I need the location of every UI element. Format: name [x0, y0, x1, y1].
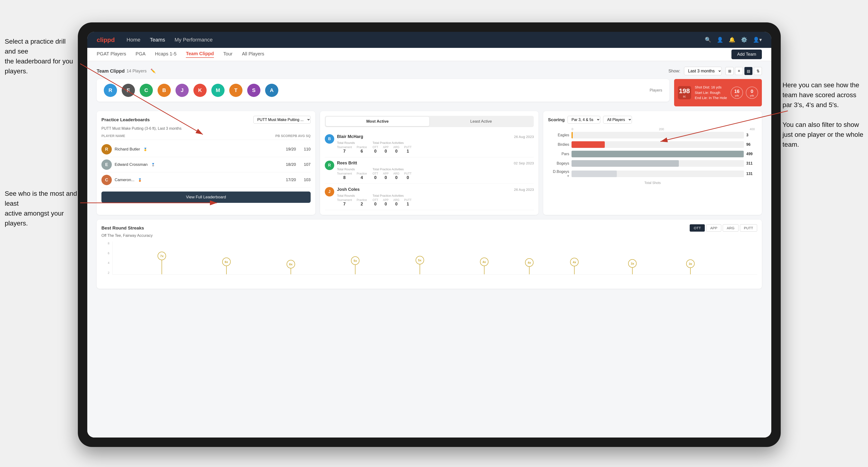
- show-select[interactable]: Last 3 months: [684, 67, 722, 75]
- leaderboard-subtitle: PUTT Must Make Putting (3-6 ft), Last 3 …: [101, 126, 311, 131]
- streak-filter-ott[interactable]: OTT: [690, 224, 705, 231]
- bar-pars: Pars 499: [550, 151, 755, 157]
- lb-name-1: Richard Butler 🥇: [115, 147, 281, 152]
- shot-circle-1: 16 yds: [731, 87, 743, 99]
- player-avatar-8[interactable]: T: [229, 84, 243, 97]
- tab-most-active[interactable]: Most Active: [326, 117, 429, 126]
- edit-team-icon[interactable]: ✏️: [151, 68, 156, 73]
- streak-filter-arg[interactable]: ARG: [723, 224, 739, 231]
- lb-row-3[interactable]: C Cameron... 🥉 17/20 103: [101, 173, 311, 188]
- subnav-all-players[interactable]: All Players: [242, 51, 264, 58]
- add-team-button[interactable]: Add Team: [732, 50, 762, 59]
- grid-view-btn[interactable]: ⊞: [725, 67, 734, 75]
- player-avatar-10[interactable]: A: [265, 84, 278, 97]
- streak-y-axis: 8 6 4 2: [101, 242, 111, 275]
- lb-avg-3: 103: [299, 178, 311, 182]
- player-avatar-4[interactable]: B: [158, 84, 171, 97]
- lb-row-2[interactable]: E Edward Crossman 🥈 18/20 107: [101, 157, 311, 173]
- bar-birdies: Birdies 96: [550, 141, 755, 148]
- player-avatar-7[interactable]: M: [211, 84, 224, 97]
- activity-tabs: Most Active Least Active: [325, 116, 534, 127]
- col-player-name: PLAYER NAME: [101, 134, 275, 138]
- player-avatar-1[interactable]: R: [104, 84, 117, 97]
- nav-teams[interactable]: Teams: [150, 37, 165, 43]
- activity-row-3: J Josh Coles 26 Aug 2023 Total Rounds: [325, 184, 534, 210]
- player-avatar-9[interactable]: S: [247, 84, 260, 97]
- bell-icon[interactable]: 🔔: [729, 37, 735, 43]
- shot-end-lie: End Lie: In The Hole: [695, 95, 727, 101]
- streak-point-4: 5x: [415, 256, 424, 274]
- drill-select[interactable]: PUTT Must Make Putting ...: [253, 116, 311, 124]
- pa-avatar-1: B: [325, 134, 334, 144]
- team-name: Team Clippd: [97, 68, 125, 74]
- streak-point-0: 7x: [158, 252, 166, 274]
- streak-point-9: 3x: [686, 259, 695, 274]
- sort-btn[interactable]: ⇅: [754, 67, 762, 75]
- player-avatar-5[interactable]: J: [176, 84, 189, 97]
- lb-row-1[interactable]: R Richard Butler 🥇 19/20 110: [101, 142, 311, 157]
- subnav-pgat[interactable]: PGAT Players: [97, 51, 126, 58]
- chart-x-axis: 0 200 400: [550, 127, 755, 131]
- subnav-hcaps[interactable]: Hcaps 1-5: [155, 51, 177, 58]
- shot-circles: 16 yds 0 yds: [731, 87, 758, 99]
- pa-name-1: Blair McHarg: [337, 134, 363, 139]
- subnav-team-clippd[interactable]: Team Clippd: [186, 51, 214, 58]
- bar-eagles: Eagles 3: [550, 132, 755, 138]
- streaks-header: Best Round Streaks OTT APP ARG PUTT: [101, 224, 757, 231]
- pa-stats-2: Total Rounds Tournament 8 Practice: [337, 167, 534, 180]
- card-view-btn[interactable]: ▤: [744, 67, 752, 75]
- player-avatar-3[interactable]: C: [140, 84, 153, 97]
- player-avatar-2[interactable]: E: [122, 84, 135, 97]
- settings-icon[interactable]: ⚙️: [741, 37, 747, 43]
- profile-icon[interactable]: 👤▾: [753, 37, 762, 43]
- nav-home[interactable]: Home: [127, 37, 141, 43]
- shot-dist: Shot Dist: 16 yds: [695, 85, 727, 90]
- bar-fill-bogeys: [571, 160, 679, 167]
- pa-activities-1: Total Practice Activities OTT 0 APP: [372, 141, 411, 154]
- streak-point-7: 4x: [570, 258, 579, 274]
- player-avatar-6[interactable]: K: [193, 84, 207, 97]
- lb-score-3: 17/20: [284, 178, 296, 182]
- tablet-screen: clippd Home Teams My Performance 🔍 👤 🔔 ⚙…: [87, 32, 771, 437]
- streak-line-4: [420, 264, 420, 274]
- list-view-btn[interactable]: ≡: [735, 67, 743, 75]
- view-full-leaderboard-button[interactable]: View Full Leaderboard: [101, 191, 311, 203]
- scoring-filter-par[interactable]: Par 3, 4 & 5s: [567, 116, 600, 124]
- subnav-tour[interactable]: Tour: [223, 51, 232, 58]
- pa-name-3: Josh Coles: [337, 187, 360, 192]
- bar-track-pars: [571, 151, 744, 157]
- col-pb-avg: PB AVG SQ: [292, 134, 310, 138]
- navbar-icons: 🔍 👤 🔔 ⚙️ 👤▾: [705, 37, 762, 43]
- pa-stats-1: Total Rounds Tournament 7 Practice: [337, 141, 534, 154]
- tab-least-active[interactable]: Least Active: [429, 117, 533, 126]
- lb-avatar-1: R: [101, 144, 112, 154]
- streak-filter-app[interactable]: APP: [706, 224, 721, 231]
- users-icon[interactable]: 👤: [717, 37, 723, 43]
- scoring-filter-players[interactable]: All Players: [603, 116, 632, 124]
- streak-line-0: [161, 260, 162, 274]
- app-logo: clippd: [97, 36, 115, 44]
- pa-avatar-3: J: [325, 187, 334, 196]
- pa-info-1: Blair McHarg 26 Aug 2023 Total Rounds To…: [337, 134, 534, 154]
- streak-circle-7: 4x: [570, 258, 579, 266]
- shot-start-lie: Start Lie: Rough: [695, 90, 727, 96]
- pa-stats-3: Total Rounds Tournament 7 Practice: [337, 194, 534, 207]
- practice-leaderboards-card: Practice Leaderboards PUTT Must Make Put…: [97, 111, 315, 215]
- team-controls: Show: Last 3 months ⊞ ≡ ▤ ⇅: [669, 67, 762, 75]
- subnav-pga[interactable]: PGA: [135, 51, 146, 58]
- pa-rounds-1: Total Rounds Tournament 7 Practice: [337, 141, 367, 154]
- bar-track-bogeys: [571, 160, 744, 167]
- nav-my-performance[interactable]: My Performance: [175, 37, 213, 43]
- streak-circle-4: 5x: [415, 256, 424, 264]
- bar-value-pars: 499: [746, 152, 755, 156]
- streaks-chart: 8 6 4 2 7x 6x 6x 5x 5x: [101, 242, 757, 284]
- search-icon[interactable]: 🔍: [705, 37, 711, 43]
- streak-filter-putt[interactable]: PUTT: [740, 224, 757, 231]
- streaks-subtitle: Off The Tee, Fairway Accuracy: [101, 234, 757, 238]
- streaks-filters: OTT APP ARG PUTT: [690, 224, 757, 231]
- view-icons: ⊞ ≡ ▤ ⇅: [725, 67, 762, 75]
- lb-badge-2: 🥈: [150, 163, 156, 167]
- streak-circle-9: 3x: [686, 259, 695, 268]
- navbar-links: Home Teams My Performance: [127, 37, 705, 43]
- bar-fill-birdies: [571, 141, 604, 148]
